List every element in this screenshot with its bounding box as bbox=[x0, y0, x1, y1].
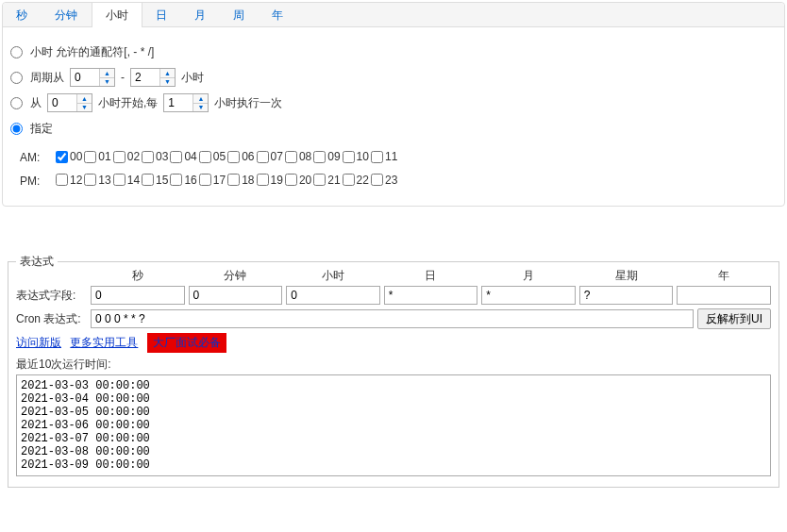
header-日: 日 bbox=[384, 268, 478, 284]
fieldset-legend: 表达式 bbox=[16, 254, 58, 270]
hour-check-08[interactable]: 08 bbox=[285, 146, 311, 167]
hour-check-04[interactable]: 04 bbox=[170, 146, 196, 167]
hour-checkbox-04[interactable] bbox=[170, 151, 182, 163]
hour-checkbox-09[interactable] bbox=[313, 151, 326, 163]
hour-checkbox-14[interactable] bbox=[113, 174, 126, 186]
hour-checkbox-10[interactable] bbox=[343, 151, 355, 163]
hour-checkbox-20[interactable] bbox=[285, 174, 297, 186]
hour-check-02[interactable]: 02 bbox=[113, 146, 140, 167]
radio-increment[interactable] bbox=[10, 97, 23, 109]
link-new-version[interactable]: 访问新版 bbox=[16, 336, 61, 349]
tab-月[interactable]: 月 bbox=[181, 3, 220, 26]
hour-check-23[interactable]: 23 bbox=[371, 170, 397, 191]
hour-check-15[interactable]: 15 bbox=[142, 170, 168, 191]
range-from-input[interactable] bbox=[71, 69, 99, 86]
option-specify[interactable]: 指定 bbox=[10, 118, 777, 139]
hour-checkbox-11[interactable] bbox=[371, 151, 383, 163]
reverse-parse-button[interactable]: 反解析到UI bbox=[697, 308, 771, 329]
hour-check-10[interactable]: 10 bbox=[343, 146, 369, 167]
option-wildcard[interactable]: 小时 允许的通配符[, - * /] bbox=[10, 42, 777, 62]
expr-field-5[interactable] bbox=[579, 286, 674, 305]
hour-checkbox-02[interactable] bbox=[113, 151, 126, 163]
hour-check-22[interactable]: 22 bbox=[343, 170, 369, 191]
hour-label-07: 07 bbox=[271, 146, 283, 167]
tab-周[interactable]: 周 bbox=[220, 3, 259, 26]
hour-checkbox-16[interactable] bbox=[170, 174, 182, 186]
tab-日[interactable]: 日 bbox=[142, 3, 181, 26]
hour-check-17[interactable]: 17 bbox=[199, 170, 226, 191]
expression-fields-label: 表达式字段: bbox=[16, 288, 87, 304]
hour-checkbox-23[interactable] bbox=[371, 174, 383, 186]
range-to-input[interactable] bbox=[131, 69, 159, 86]
hour-checkbox-21[interactable] bbox=[313, 174, 326, 186]
hour-label-00: 00 bbox=[70, 146, 82, 167]
hour-check-09[interactable]: 09 bbox=[313, 146, 340, 167]
increment-every-input[interactable] bbox=[164, 94, 193, 111]
increment-every-spinner[interactable]: ▲ ▼ bbox=[163, 93, 209, 112]
expr-field-2[interactable] bbox=[286, 286, 380, 305]
spinner-up-icon[interactable]: ▲ bbox=[193, 94, 208, 104]
radio-range[interactable] bbox=[10, 72, 23, 84]
hour-checkbox-00[interactable] bbox=[56, 151, 68, 163]
hour-checkbox-01[interactable] bbox=[84, 151, 96, 163]
hour-check-12[interactable]: 12 bbox=[56, 170, 82, 191]
hour-checkbox-05[interactable] bbox=[199, 151, 211, 163]
expr-field-6[interactable] bbox=[677, 286, 771, 305]
hour-checkbox-08[interactable] bbox=[285, 151, 297, 163]
option-increment-mid: 小时开始,每 bbox=[98, 95, 158, 111]
expr-field-1[interactable] bbox=[189, 286, 283, 305]
increment-start-input[interactable] bbox=[48, 94, 76, 111]
hour-checkbox-19[interactable] bbox=[257, 174, 269, 186]
spinner-down-icon[interactable]: ▼ bbox=[193, 104, 208, 112]
hour-checkbox-17[interactable] bbox=[199, 174, 211, 186]
link-more-tools[interactable]: 更多实用工具 bbox=[70, 336, 138, 349]
option-wildcard-label: 小时 允许的通配符[, - * /] bbox=[30, 44, 154, 60]
hour-check-18[interactable]: 18 bbox=[227, 170, 254, 191]
tab-年[interactable]: 年 bbox=[259, 3, 297, 26]
hour-checkbox-12[interactable] bbox=[56, 174, 68, 186]
spinner-up-icon[interactable]: ▲ bbox=[160, 69, 175, 78]
recent-runs-output[interactable] bbox=[16, 374, 771, 476]
hour-checkbox-15[interactable] bbox=[142, 174, 154, 186]
spinner-down-icon[interactable]: ▼ bbox=[160, 78, 175, 87]
hour-checkbox-22[interactable] bbox=[343, 174, 355, 186]
option-range[interactable]: 周期从 ▲ ▼ - ▲ ▼ 小时 bbox=[10, 67, 777, 88]
link-interview-tag[interactable]: 大厂面试必备 bbox=[147, 333, 226, 353]
tab-小时[interactable]: 小时 bbox=[92, 2, 142, 27]
expr-field-3[interactable] bbox=[384, 286, 478, 305]
radio-wildcard[interactable] bbox=[10, 46, 23, 58]
hour-checkbox-07[interactable] bbox=[257, 151, 269, 163]
hour-check-06[interactable]: 06 bbox=[227, 146, 254, 167]
hour-check-03[interactable]: 03 bbox=[142, 146, 168, 167]
hour-checkbox-18[interactable] bbox=[227, 174, 240, 186]
hour-check-13[interactable]: 13 bbox=[84, 170, 110, 191]
hour-check-01[interactable]: 01 bbox=[84, 146, 110, 167]
main-container: 秒分钟小时日月周年 小时 允许的通配符[, - * /] 周期从 ▲ ▼ - ▲ bbox=[2, 2, 785, 207]
hour-check-16[interactable]: 16 bbox=[170, 170, 196, 191]
spinner-down-icon[interactable]: ▼ bbox=[77, 104, 92, 112]
radio-specify[interactable] bbox=[10, 123, 23, 135]
spinner-up-icon[interactable]: ▲ bbox=[77, 94, 92, 104]
hour-check-05[interactable]: 05 bbox=[199, 146, 226, 167]
tab-分钟[interactable]: 分钟 bbox=[42, 3, 92, 26]
range-from-spinner[interactable]: ▲ ▼ bbox=[70, 68, 115, 87]
tab-秒[interactable]: 秒 bbox=[3, 3, 42, 26]
hour-check-21[interactable]: 21 bbox=[313, 170, 340, 191]
increment-start-spinner[interactable]: ▲ ▼ bbox=[47, 93, 92, 112]
hour-check-07[interactable]: 07 bbox=[257, 146, 283, 167]
hour-check-19[interactable]: 19 bbox=[257, 170, 283, 191]
range-to-spinner[interactable]: ▲ ▼ bbox=[130, 68, 176, 87]
spinner-up-icon[interactable]: ▲ bbox=[100, 69, 114, 78]
spinner-down-icon[interactable]: ▼ bbox=[100, 78, 114, 87]
hour-checkbox-13[interactable] bbox=[84, 174, 96, 186]
hour-check-14[interactable]: 14 bbox=[113, 170, 140, 191]
cron-input[interactable] bbox=[91, 309, 694, 328]
option-increment[interactable]: 从 ▲ ▼ 小时开始,每 ▲ ▼ 小时执行一次 bbox=[10, 92, 777, 113]
hour-checkbox-06[interactable] bbox=[227, 151, 240, 163]
expr-field-4[interactable] bbox=[481, 286, 576, 305]
expr-field-0[interactable] bbox=[91, 286, 185, 305]
hour-check-20[interactable]: 20 bbox=[285, 170, 311, 191]
hour-checkbox-03[interactable] bbox=[142, 151, 154, 163]
hour-check-11[interactable]: 11 bbox=[371, 146, 397, 167]
hour-check-00[interactable]: 00 bbox=[56, 146, 82, 167]
